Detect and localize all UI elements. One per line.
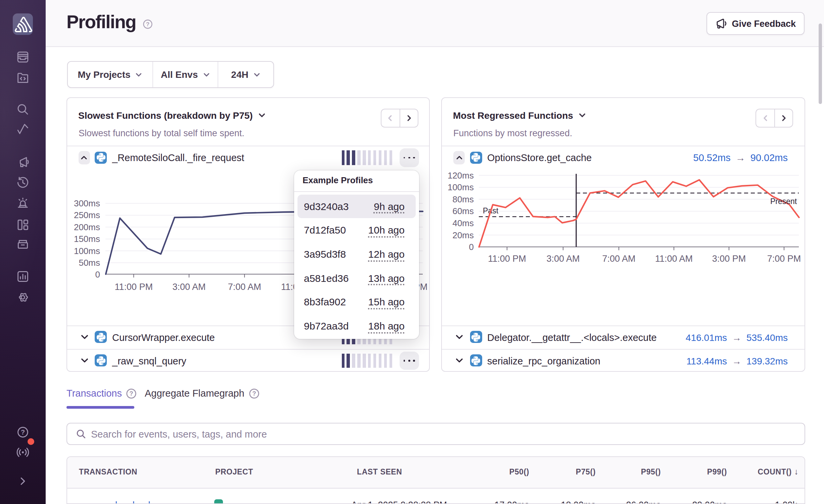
svg-text:?: ? xyxy=(146,21,149,28)
svg-text:100ms: 100ms xyxy=(74,246,100,256)
svg-text:150ms: 150ms xyxy=(74,234,100,244)
svg-text:7:00 AM: 7:00 AM xyxy=(602,254,635,264)
svg-text:0: 0 xyxy=(469,242,474,252)
svg-text:3:00 AM: 3:00 AM xyxy=(172,282,205,292)
svg-text:50ms: 50ms xyxy=(78,258,100,268)
svg-text:3:00 AM: 3:00 AM xyxy=(546,254,580,264)
svg-text:20ms: 20ms xyxy=(452,230,474,240)
svg-text:300ms: 300ms xyxy=(74,198,100,208)
svg-text:80ms: 80ms xyxy=(452,194,474,204)
svg-text:11:00 PM: 11:00 PM xyxy=(488,254,526,264)
svg-text:7:00 PM: 7:00 PM xyxy=(767,254,801,264)
svg-text:?: ? xyxy=(252,390,256,397)
svg-text:100ms: 100ms xyxy=(448,182,474,192)
svg-text:3:00 PM: 3:00 PM xyxy=(712,254,746,264)
svg-text:Present: Present xyxy=(770,197,797,206)
svg-text:120ms: 120ms xyxy=(448,170,474,181)
svg-text:7:00 AM: 7:00 AM xyxy=(228,282,261,292)
svg-text:11:00 PM: 11:00 PM xyxy=(114,282,152,292)
svg-text:60ms: 60ms xyxy=(452,206,474,216)
svg-text:200ms: 200ms xyxy=(74,222,100,232)
svg-text:40ms: 40ms xyxy=(452,218,474,228)
svg-text:?: ? xyxy=(21,429,25,436)
svg-text:0: 0 xyxy=(95,269,100,280)
svg-text:250ms: 250ms xyxy=(74,210,100,220)
svg-text:?: ? xyxy=(130,390,133,397)
svg-text:11:00 AM: 11:00 AM xyxy=(655,254,693,264)
